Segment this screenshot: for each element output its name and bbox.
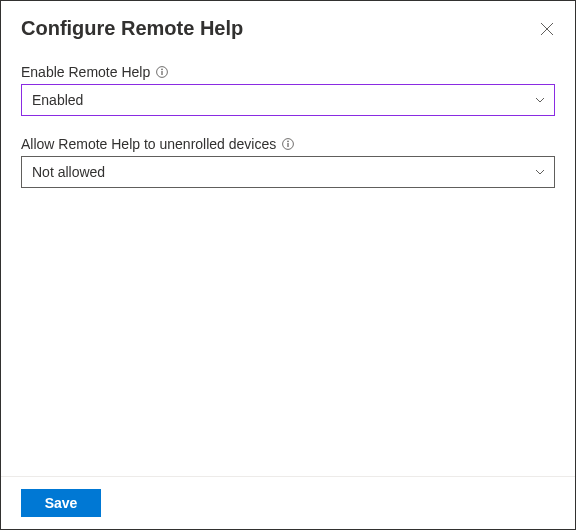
enable-remote-help-dropdown[interactable]: Enabled xyxy=(21,84,555,116)
info-icon[interactable] xyxy=(282,138,294,150)
close-button[interactable] xyxy=(539,21,555,37)
allow-unenrolled-label-row: Allow Remote Help to unenrolled devices xyxy=(21,136,555,152)
panel-title: Configure Remote Help xyxy=(21,17,243,40)
enable-remote-help-field: Enable Remote Help Enabled xyxy=(21,64,555,116)
close-icon xyxy=(540,22,554,36)
allow-unenrolled-field: Allow Remote Help to unenrolled devices … xyxy=(21,136,555,188)
svg-point-6 xyxy=(287,141,289,143)
allow-unenrolled-value: Not allowed xyxy=(32,164,105,180)
info-icon[interactable] xyxy=(156,66,168,78)
enable-remote-help-value: Enabled xyxy=(32,92,83,108)
configure-remote-help-panel: Configure Remote Help Enable Remote Help xyxy=(0,0,576,530)
panel-footer: Save xyxy=(1,476,575,529)
svg-rect-7 xyxy=(288,143,289,147)
enable-remote-help-label-row: Enable Remote Help xyxy=(21,64,555,80)
svg-rect-4 xyxy=(162,71,163,75)
save-button[interactable]: Save xyxy=(21,489,101,517)
svg-point-3 xyxy=(161,69,163,71)
panel-header: Configure Remote Help xyxy=(1,1,575,40)
chevron-down-icon xyxy=(534,166,546,178)
allow-unenrolled-dropdown[interactable]: Not allowed xyxy=(21,156,555,188)
panel-body: Enable Remote Help Enabled xyxy=(1,40,575,476)
allow-unenrolled-label: Allow Remote Help to unenrolled devices xyxy=(21,136,276,152)
enable-remote-help-label: Enable Remote Help xyxy=(21,64,150,80)
chevron-down-icon xyxy=(534,94,546,106)
